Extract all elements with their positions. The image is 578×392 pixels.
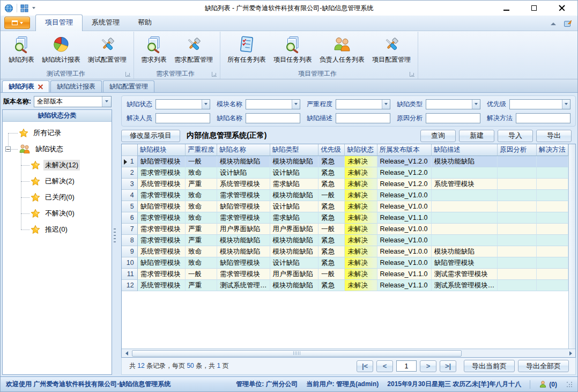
cell-severity[interactable]: 一般 — [186, 269, 217, 280]
splitter-handle[interactable] — [112, 95, 117, 375]
cell-release[interactable]: Release_V1.0.0 — [377, 190, 432, 201]
row-header[interactable]: 9 — [122, 246, 138, 257]
table-row[interactable]: 7需求管理模块严重用户界面缺陷用户界面缺陷一般未解决Release_V1.0.0 — [122, 224, 568, 235]
message-indicator[interactable]: (0) — [539, 380, 557, 388]
prev-page-button[interactable]: < — [376, 360, 393, 372]
cell-status[interactable]: 未解决 — [345, 190, 377, 201]
query-button[interactable]: 查询 — [420, 130, 456, 142]
cell-name[interactable]: 设计缺陷 — [217, 167, 270, 179]
cell-release[interactable]: Release_V1.2.0 — [377, 156, 432, 167]
row-header[interactable]: 12 — [122, 280, 138, 291]
cell-solution[interactable] — [537, 257, 568, 269]
cell-module[interactable]: 需求管理模块 — [138, 212, 186, 224]
dropdown-arrow-icon[interactable] — [292, 100, 300, 109]
column-header-type[interactable]: 缺陷类型 — [270, 144, 319, 156]
cell-analysis[interactable] — [498, 257, 537, 269]
cell-severity[interactable]: 致命 — [186, 167, 217, 179]
cell-module[interactable]: 需求管理模块 — [138, 167, 186, 179]
ribbon-tab-project-management[interactable]: 项目管理 — [35, 14, 83, 31]
cell-module[interactable]: 系统管理模块 — [138, 280, 186, 291]
cell-desc[interactable]: 测试需求管理模块 — [432, 269, 498, 280]
cell-type[interactable]: 设计缺陷 — [270, 201, 319, 212]
cell-status[interactable]: 未解决 — [345, 246, 377, 257]
first-page-button[interactable]: |< — [357, 360, 373, 372]
table-row[interactable]: 6需求管理模块致命需求管理模块需求缺陷紧急未解决Release_V1.1.0 — [122, 212, 568, 224]
cell-release[interactable]: Release_V1.0.0 — [377, 246, 432, 257]
cell-type[interactable]: 模块功能缺陷 — [270, 280, 319, 291]
create-button[interactable]: 新建 — [459, 130, 494, 142]
cell-name[interactable]: 需求管理模块 — [217, 269, 270, 280]
cell-solution[interactable] — [537, 167, 568, 179]
cell-solution[interactable] — [537, 235, 568, 246]
cell-analysis[interactable] — [498, 246, 537, 257]
next-page-button[interactable]: > — [420, 360, 436, 372]
modify-display-button[interactable]: 修改显示项目 — [121, 130, 180, 142]
cell-solution[interactable] — [537, 212, 568, 224]
cell-priority[interactable]: 紧急 — [318, 156, 345, 167]
cell-solution[interactable] — [537, 156, 568, 167]
cell-name[interactable]: 测试系统管理… — [217, 280, 270, 291]
cell-priority[interactable]: 紧急 — [318, 212, 345, 224]
cell-severity[interactable]: 致命 — [186, 201, 217, 212]
document-tab-defect-list[interactable]: 缺陷列表 — [2, 80, 49, 92]
column-header-module[interactable]: 缺陷模块 — [138, 144, 186, 156]
cell-module[interactable]: 缺陷管理模块 — [138, 156, 186, 167]
filter-text-cause-analysis[interactable] — [426, 113, 480, 123]
filter-combo-module-name[interactable] — [246, 99, 300, 109]
cell-desc[interactable]: 缺陷管理模块 — [432, 257, 498, 269]
cell-name[interactable]: 模块功能缺陷 — [217, 246, 270, 257]
scrollbar-thumb[interactable] — [132, 350, 462, 357]
cell-priority[interactable]: 一般 — [318, 224, 345, 235]
ribbon-button-defect-list[interactable]: 缺陷列表 — [5, 33, 38, 65]
table-row[interactable]: 1缺陷管理模块一般模块功能缺陷模块功能缺陷紧急未解决Release_V1.2.0… — [122, 156, 568, 167]
cell-name[interactable]: 需求管理模块 — [217, 212, 270, 224]
document-tab-defect-config[interactable]: 缺陷配置管理 — [103, 80, 154, 92]
ribbon-button-req-config[interactable]: 需求配置管理 — [171, 33, 217, 65]
cell-solution[interactable] — [537, 246, 568, 257]
cell-priority[interactable]: 紧急 — [318, 235, 345, 246]
collapse-icon[interactable] — [5, 146, 11, 152]
row-header[interactable]: 2 — [122, 167, 138, 179]
cell-release[interactable]: Release_V1.1.0 — [377, 269, 432, 280]
filter-combo-defect-status[interactable] — [155, 99, 210, 109]
tree-item-resolved[interactable]: 已解决(2) — [3, 173, 112, 189]
cell-release[interactable]: Release_V1.0.0 — [377, 224, 432, 235]
filter-combo-priority[interactable] — [509, 99, 570, 109]
ribbon-button-all-tasks[interactable]: 所有任务列表 — [224, 33, 270, 65]
cell-name[interactable]: 系统管理模块 — [217, 179, 270, 190]
page-number-input[interactable] — [396, 360, 417, 372]
cell-release[interactable]: Release_V1.1.0 — [377, 212, 432, 224]
cell-type[interactable]: 需求缺陷 — [270, 212, 319, 224]
cell-solution[interactable] — [537, 269, 568, 280]
dropdown-arrow-icon[interactable] — [382, 100, 390, 109]
cell-priority[interactable]: 紧急 — [318, 167, 345, 179]
cell-type[interactable]: 用户界面缺陷 — [270, 269, 319, 280]
dialog-launcher-icon[interactable] — [212, 72, 217, 77]
scroll-left-arrow-icon[interactable] — [122, 350, 131, 357]
cell-release[interactable]: Release_V1.1.0 — [377, 280, 432, 291]
cell-release[interactable]: Release_V1.0.0 — [377, 201, 432, 212]
table-row[interactable]: 8需求管理模块严重模块功能缺陷模块功能缺陷紧急未解决Release_V1.0.0 — [122, 235, 568, 246]
row-header[interactable]: 6 — [122, 212, 138, 224]
cell-type[interactable]: 用户界面缺陷 — [270, 224, 319, 235]
cell-desc[interactable]: 测试系统管理模块… — [432, 280, 498, 291]
cell-analysis[interactable] — [498, 179, 537, 190]
cell-status[interactable]: 未解决 — [345, 156, 377, 167]
cell-severity[interactable]: 致命 — [186, 257, 217, 269]
column-header-desc[interactable]: 缺陷描述 — [432, 144, 498, 156]
cell-severity[interactable]: 严重 — [186, 235, 217, 246]
cell-priority[interactable]: 紧急 — [318, 246, 345, 257]
cell-analysis[interactable] — [498, 269, 537, 280]
export-button[interactable]: 导出 — [536, 130, 572, 142]
cell-status[interactable]: 未解决 — [345, 269, 377, 280]
cell-priority[interactable]: 一般 — [318, 190, 345, 201]
scroll-right-arrow-icon[interactable] — [566, 350, 575, 357]
cell-type[interactable]: 模块功能缺陷 — [270, 190, 319, 201]
column-header-priority[interactable]: 优先级 — [318, 144, 345, 156]
table-row[interactable]: 12系统管理模块严重测试系统管理…模块功能缺陷紧急未解决Release_V1.1… — [122, 280, 568, 291]
cell-desc[interactable]: 系统管理模块 — [432, 179, 498, 190]
cell-desc[interactable] — [432, 190, 498, 201]
cell-type[interactable]: 设计缺陷 — [270, 257, 319, 269]
ribbon-button-project-config[interactable]: 项目配置管理 — [368, 33, 414, 65]
import-button[interactable]: 导入 — [498, 130, 533, 142]
